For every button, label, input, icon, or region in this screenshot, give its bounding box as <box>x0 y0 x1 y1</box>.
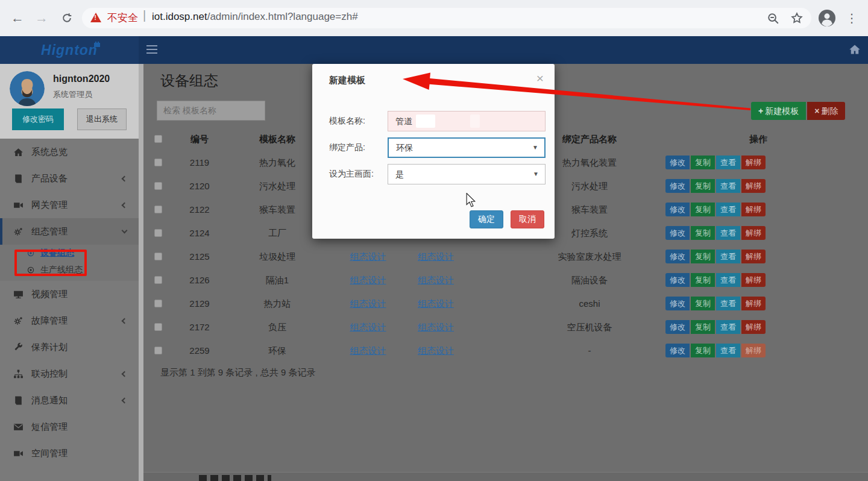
sidebar-item-product-devices[interactable]: 产品设备 <box>0 165 139 192</box>
row-checkbox[interactable] <box>154 276 162 284</box>
home-icon[interactable] <box>849 43 861 58</box>
unbind-button[interactable]: 解绑 <box>741 226 766 240</box>
copy-button[interactable]: 复制 <box>691 273 715 287</box>
design-link[interactable]: 组态设计 <box>350 251 386 262</box>
view-button[interactable]: 查看 <box>716 226 740 240</box>
unbind-button[interactable]: 解绑 <box>741 344 766 357</box>
copy-button[interactable]: 复制 <box>691 179 715 193</box>
row-checkbox[interactable] <box>154 159 162 166</box>
copy-button[interactable]: 复制 <box>691 320 715 334</box>
header-name[interactable]: 模板名称 <box>229 127 326 151</box>
logout-button[interactable]: 退出系统 <box>77 108 127 130</box>
row-checkbox[interactable] <box>154 300 162 307</box>
edit-button[interactable]: 修改 <box>665 179 690 193</box>
logo[interactable]: Hignton <box>0 36 139 64</box>
copy-button[interactable]: 复制 <box>691 203 715 216</box>
browser-reload-icon[interactable] <box>58 0 76 36</box>
sidebar-item-maintenance-plan[interactable]: 保养计划 <box>0 334 139 360</box>
zoom-out-icon[interactable] <box>763 0 782 36</box>
bookmark-star-icon[interactable] <box>787 0 807 36</box>
unbind-button[interactable]: 解绑 <box>741 203 766 216</box>
sidebar-item-device-configuration[interactable]: 设备组态 <box>0 245 139 262</box>
row-checkbox[interactable] <box>154 182 162 190</box>
copy-button[interactable]: 复制 <box>691 250 715 263</box>
edit-button[interactable]: 修改 <box>665 344 690 357</box>
edit-button[interactable]: 修改 <box>665 156 690 169</box>
view-button[interactable]: 查看 <box>716 320 740 334</box>
design-link[interactable]: 组态设计 <box>350 275 386 285</box>
design-link[interactable]: 组态设计 <box>350 345 386 356</box>
view-button[interactable]: 查看 <box>716 344 740 357</box>
sidebar-item-video-management[interactable]: 视频管理 <box>0 281 139 307</box>
confirm-button[interactable]: 确定 <box>470 210 503 228</box>
browser-back-icon[interactable]: ← <box>8 0 27 36</box>
browser-menu-icon[interactable]: ⋮ <box>843 0 861 36</box>
row-checkbox[interactable] <box>154 229 162 237</box>
new-template-button[interactable]: +新建模板 <box>751 102 806 120</box>
browser-forward-icon[interactable]: → <box>33 0 51 36</box>
design-link[interactable]: 组态设计 <box>418 322 454 332</box>
template-name-input[interactable]: 管道 <box>388 111 546 131</box>
sidebar-item-label: 联动控制 <box>31 368 68 380</box>
search-input[interactable]: 检索 模板名称 <box>157 101 265 121</box>
design-link[interactable]: 组态设计 <box>418 345 454 356</box>
sidebar-item-gateway-management[interactable]: 网关管理 <box>0 192 139 218</box>
sidebar-item-production-line-configuration[interactable]: 生产线组态 <box>0 262 139 278</box>
view-button[interactable]: 查看 <box>716 156 740 169</box>
row-checkbox[interactable] <box>154 323 162 331</box>
sidebar-item-sms-management[interactable]: 短信管理 <box>0 413 139 440</box>
row-checkbox[interactable] <box>154 347 162 354</box>
select-all-checkbox[interactable] <box>154 135 162 143</box>
url-text[interactable]: iot.idosp.net/admin/index.html?language=… <box>152 11 358 23</box>
header-id[interactable]: 编号 <box>168 127 231 151</box>
main-screen-select[interactable]: 是 ▼ <box>388 164 546 184</box>
unbind-button[interactable]: 解绑 <box>741 320 766 334</box>
insecure-warning-icon: ! <box>90 13 101 22</box>
design-link[interactable]: 组态设计 <box>418 251 454 262</box>
view-button[interactable]: 查看 <box>716 273 740 287</box>
sidebar-item-fault-management[interactable]: 故障管理 <box>0 307 139 334</box>
edit-button[interactable]: 修改 <box>665 297 690 310</box>
row-actions: 修改复制查看解绑 <box>665 156 766 169</box>
edit-button[interactable]: 修改 <box>665 273 690 287</box>
copy-button[interactable]: 复制 <box>691 297 715 310</box>
unbind-button[interactable]: 解绑 <box>741 273 766 287</box>
edit-button[interactable]: 修改 <box>665 320 690 334</box>
unbind-button[interactable]: 解绑 <box>741 156 766 169</box>
delete-button[interactable]: ×删除 <box>807 102 845 120</box>
design-link[interactable]: 组态设计 <box>350 298 386 309</box>
insecure-label[interactable]: 不安全 <box>107 11 138 25</box>
modal-close-icon[interactable]: × <box>536 71 544 86</box>
change-password-button[interactable]: 修改密码 <box>12 108 64 130</box>
sidebar-item-space-management[interactable]: 空间管理 <box>0 440 139 467</box>
cell-product-name: 隔油设备 <box>511 268 668 292</box>
cancel-button[interactable]: 取消 <box>511 210 544 228</box>
sidebar-toggle-icon[interactable] <box>146 45 157 56</box>
edit-button[interactable]: 修改 <box>665 250 690 263</box>
unbind-button[interactable]: 解绑 <box>741 250 766 263</box>
copy-button[interactable]: 复制 <box>691 156 715 169</box>
sidebar-item-system-overview[interactable]: 系统总览 <box>0 139 139 165</box>
row-checkbox[interactable] <box>154 253 162 260</box>
view-button[interactable]: 查看 <box>716 250 740 263</box>
view-button[interactable]: 查看 <box>716 179 740 193</box>
template-name-row: 模板名称: 管道 <box>312 111 555 131</box>
copy-button[interactable]: 复制 <box>691 226 715 240</box>
sidebar-item-message-notification[interactable]: 消息通知 <box>0 387 139 413</box>
unbind-button[interactable]: 解绑 <box>741 179 766 193</box>
sidebar-item-configuration-management[interactable]: 组态管理 <box>0 218 139 245</box>
unbind-button[interactable]: 解绑 <box>741 297 766 310</box>
design-link[interactable]: 组态设计 <box>350 322 386 332</box>
row-checkbox[interactable] <box>154 206 162 213</box>
copy-button[interactable]: 复制 <box>691 344 715 357</box>
bind-product-select[interactable]: 环保 ▼ <box>388 137 546 158</box>
row-actions: 修改复制查看解绑 <box>665 226 766 240</box>
sidebar-item-linkage-control[interactable]: 联动控制 <box>0 360 139 387</box>
design-link[interactable]: 组态设计 <box>418 275 454 285</box>
edit-button[interactable]: 修改 <box>665 203 690 216</box>
view-button[interactable]: 查看 <box>716 203 740 216</box>
design-link[interactable]: 组态设计 <box>418 298 454 309</box>
browser-profile-icon[interactable] <box>815 0 839 36</box>
edit-button[interactable]: 修改 <box>665 226 690 240</box>
view-button[interactable]: 查看 <box>716 297 740 310</box>
